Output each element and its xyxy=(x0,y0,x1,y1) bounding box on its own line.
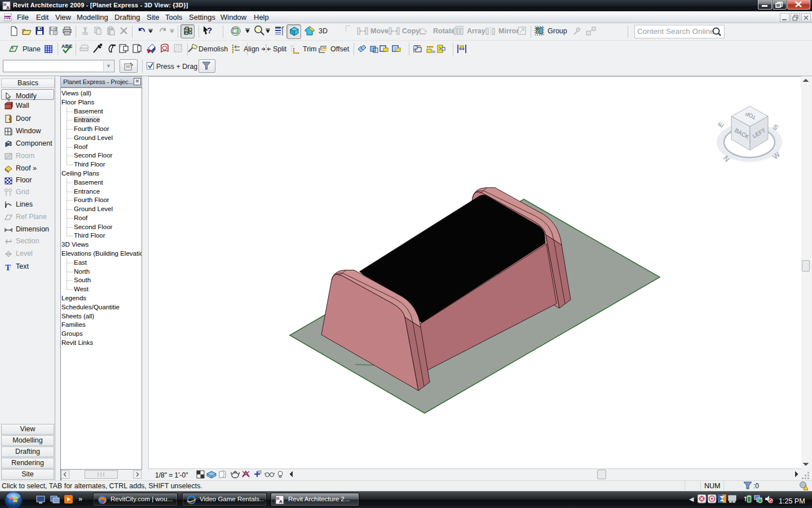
svg-text:A: A xyxy=(279,499,283,504)
svg-text:RVT: RVT xyxy=(5,16,12,20)
svg-text:T: T xyxy=(5,263,11,271)
svg-text::0: :0 xyxy=(753,482,759,490)
svg-text:?: ? xyxy=(207,25,212,35)
svg-text:E: E xyxy=(716,120,726,129)
svg-text:A: A xyxy=(6,5,10,10)
